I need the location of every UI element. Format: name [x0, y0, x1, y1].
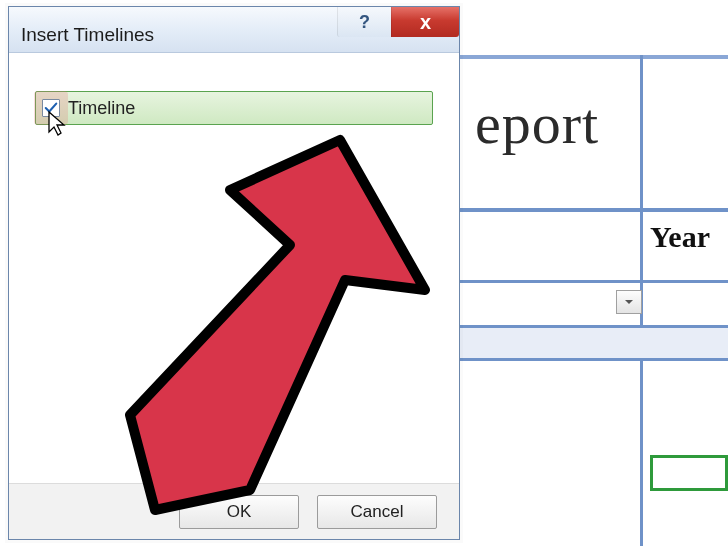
- filter-dropdown-button[interactable]: [616, 290, 642, 314]
- field-list: Timeline: [35, 91, 433, 125]
- help-button[interactable]: ?: [337, 7, 391, 37]
- field-item-timeline[interactable]: Timeline: [35, 91, 433, 125]
- dialog-title: Insert Timelines: [21, 24, 154, 46]
- checkmark-icon: [44, 101, 58, 115]
- report-title-fragment: eport: [475, 90, 599, 157]
- row-divider: [460, 280, 728, 283]
- dialog-body: Timeline: [9, 53, 459, 483]
- field-label: Timeline: [68, 98, 135, 119]
- active-cell[interactable]: [650, 455, 728, 491]
- window-controls: ? x: [337, 7, 459, 37]
- highlight-row: [460, 325, 728, 361]
- ok-button[interactable]: OK: [179, 495, 299, 529]
- chevron-down-icon: [624, 297, 634, 307]
- close-button[interactable]: x: [391, 7, 459, 37]
- column-header-year: Year: [650, 220, 710, 254]
- sheet-divider: [460, 55, 728, 59]
- insert-timelines-dialog: Insert Timelines ? x Timeline OK Cancel: [8, 6, 460, 540]
- row-divider: [460, 208, 728, 212]
- timeline-checkbox[interactable]: [42, 99, 60, 117]
- cancel-button[interactable]: Cancel: [317, 495, 437, 529]
- dialog-footer: OK Cancel: [9, 483, 459, 539]
- dialog-titlebar[interactable]: Insert Timelines ? x: [9, 7, 459, 53]
